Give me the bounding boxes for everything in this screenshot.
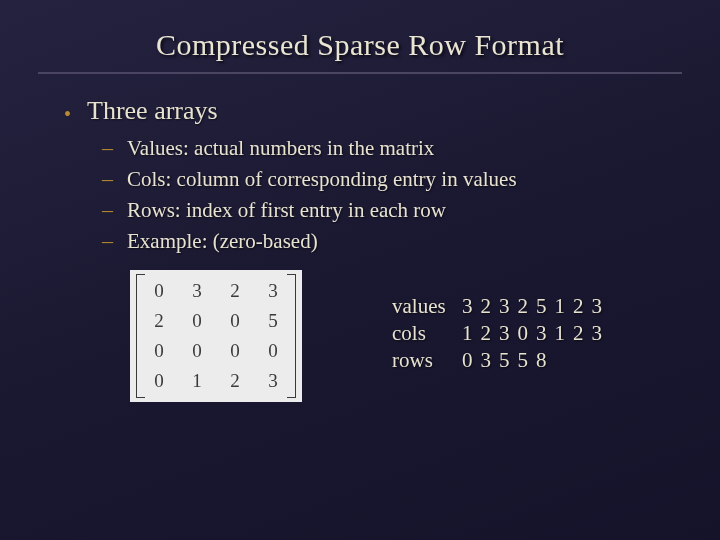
cell: 2 [216, 366, 254, 396]
table-row: 0 0 0 0 [140, 336, 292, 366]
bracket-right-icon [287, 274, 296, 398]
sub-item: – Example: (zero-based) [102, 229, 670, 254]
dash-icon: – [102, 199, 113, 221]
rows-row: rows 03558 [392, 348, 610, 373]
matrix: 0 3 2 3 2 0 0 5 0 0 0 0 [130, 270, 302, 402]
cell: 0 [140, 366, 178, 396]
cell: 0 [178, 306, 216, 336]
bullet-dot-icon: • [64, 104, 71, 124]
sub-item: – Values: actual numbers in the matrix [102, 136, 670, 161]
bracket-left-icon [136, 274, 145, 398]
sub-text: Example: (zero-based) [127, 229, 318, 254]
array-label: cols [392, 321, 462, 346]
array-values: 12303123 [462, 321, 610, 346]
sub-text: Rows: index of first entry in each row [127, 198, 446, 223]
cell: 3 [178, 276, 216, 306]
array-values: 03558 [462, 348, 555, 373]
bullet-text: Three arrays [87, 96, 218, 126]
array-label: rows [392, 348, 462, 373]
cell: 2 [216, 276, 254, 306]
values-row: values 32325123 [392, 294, 610, 319]
slide: Compressed Sparse Row Format • Three arr… [0, 0, 720, 540]
example-area: 0 3 2 3 2 0 0 5 0 0 0 0 [64, 270, 670, 402]
cols-row: cols 12303123 [392, 321, 610, 346]
table-row: 0 3 2 3 [140, 276, 292, 306]
cell: 2 [140, 306, 178, 336]
matrix-table: 0 3 2 3 2 0 0 5 0 0 0 0 [140, 276, 292, 396]
cell: 0 [216, 336, 254, 366]
cell: 0 [140, 336, 178, 366]
sub-text: Cols: column of corresponding entry in v… [127, 167, 517, 192]
bullet-item: • Three arrays [64, 96, 670, 126]
dash-icon: – [102, 230, 113, 252]
dash-icon: – [102, 168, 113, 190]
csr-arrays: values 32325123 cols 12303123 rows 03558 [392, 294, 610, 375]
sub-list: – Values: actual numbers in the matrix –… [102, 136, 670, 254]
body: • Three arrays – Values: actual numbers … [0, 74, 720, 402]
cell: 1 [178, 366, 216, 396]
cell: 0 [140, 276, 178, 306]
array-values: 32325123 [462, 294, 610, 319]
array-label: values [392, 294, 462, 319]
cell: 0 [178, 336, 216, 366]
cell: 0 [216, 306, 254, 336]
sub-item: – Cols: column of corresponding entry in… [102, 167, 670, 192]
sub-text: Values: actual numbers in the matrix [127, 136, 434, 161]
sub-item: – Rows: index of first entry in each row [102, 198, 670, 223]
table-row: 2 0 0 5 [140, 306, 292, 336]
table-row: 0 1 2 3 [140, 366, 292, 396]
dash-icon: – [102, 137, 113, 159]
slide-title: Compressed Sparse Row Format [0, 0, 720, 62]
